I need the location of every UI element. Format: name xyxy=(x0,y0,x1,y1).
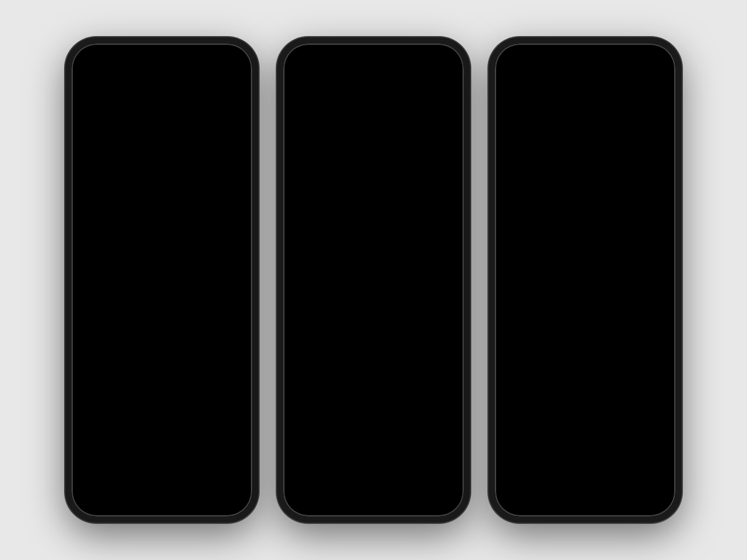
phone-frame-green: MGTS MTS ✦ ▌▌▌ ▲ ▒ 20% xyxy=(277,37,470,523)
phone-blue: MGTS MTS ✦ ▌▌▌ ▲ ▒ 20% xyxy=(489,37,682,523)
phone-frame-yellow: MGTS MTS ✦ ▌▌▌ ▲ ▓ 20% xyxy=(65,37,258,523)
phone-frame-blue: MGTS MTS ✦ ▌▌▌ ▲ ▒ 20% xyxy=(489,37,682,523)
phone-yellow: MGTS MTS ✦ ▌▌▌ ▲ ▓ 20% xyxy=(65,37,258,523)
phone-green: MGTS MTS ✦ ▌▌▌ ▲ ▒ 20% xyxy=(277,37,470,523)
